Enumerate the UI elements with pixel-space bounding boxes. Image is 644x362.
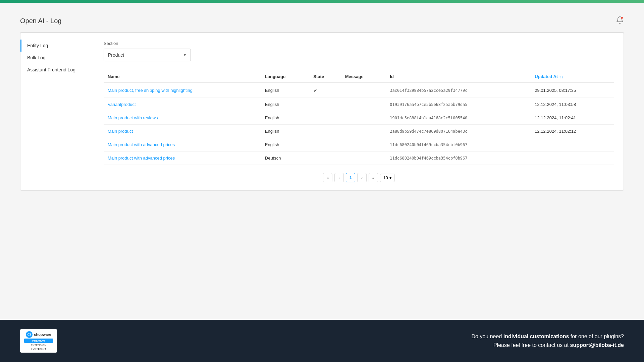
row-id: 01939176aa4b7ce5b5e68f25abb79da5: [386, 98, 531, 111]
row-state: [309, 138, 341, 152]
col-name: Name: [104, 71, 261, 83]
per-page-value: 10: [383, 175, 388, 180]
table-row: Main product, free shipping with highlig…: [104, 83, 614, 98]
log-table: Name Language State Message Id Updated A…: [104, 71, 614, 165]
footer-logo: shopware PREMIUM EXTENSION PARTNER: [20, 329, 57, 353]
row-state: [309, 111, 341, 125]
pagination: « ‹ 1 › » 10 ▾: [104, 173, 614, 182]
row-state: ✓: [309, 83, 341, 98]
main-content: Open AI - Log Entity Log Bulk Log Assist…: [0, 3, 644, 320]
row-language: English: [261, 138, 310, 152]
table-row: Main product with advanced pricesEnglish…: [104, 138, 614, 152]
row-id: 2a88d9b59d474c7e869d8071649be43c: [386, 125, 531, 138]
section-label: Section: [104, 41, 614, 46]
col-updated-at[interactable]: Updated At ↑↓: [531, 71, 614, 83]
row-updated-at: 29.01.2025, 08:17:35: [531, 83, 614, 98]
sidebar-item-entity-log[interactable]: Entity Log: [20, 40, 94, 52]
col-id: Id: [386, 71, 531, 83]
row-updated-at: [531, 138, 614, 152]
row-language: Deutsch: [261, 152, 310, 165]
row-name-link[interactable]: Main product with reviews: [108, 115, 158, 120]
table-row: Main productEnglish2a88d9b59d474c7e869d8…: [104, 125, 614, 138]
row-language: English: [261, 125, 310, 138]
row-id: 11dc680240b04f469ccba354cbf0b967: [386, 152, 531, 165]
row-id: 1901dc5e888f4b1ea4168c2c5f005540: [386, 111, 531, 125]
row-id: 11dc680240b04f469ccba354cbf0b967: [386, 138, 531, 152]
per-page-select[interactable]: 10 ▾: [380, 174, 394, 182]
row-message: [341, 152, 386, 165]
row-updated-at: [531, 152, 614, 165]
row-name-link[interactable]: Main product with advanced prices: [108, 156, 175, 161]
row-state: [309, 98, 341, 111]
pagination-prev[interactable]: ‹: [334, 173, 344, 182]
row-updated-at: 12.12.2024, 11:02:41: [531, 111, 614, 125]
footer-contact-email[interactable]: support@biloba-it.de: [570, 342, 624, 348]
footer-text: Do you need individual customizations fo…: [472, 332, 624, 349]
row-name-link[interactable]: Main product, free shipping with highlig…: [108, 88, 193, 93]
bell-icon[interactable]: [616, 16, 624, 25]
row-message: [341, 111, 386, 125]
pagination-last[interactable]: »: [369, 173, 378, 182]
sidebar-item-bulk-log[interactable]: Bulk Log: [20, 52, 94, 64]
shopware-icon: [26, 331, 33, 338]
col-message: Message: [341, 71, 386, 83]
shopware-text: shopware: [34, 333, 51, 337]
per-page-arrow-icon: ▾: [389, 175, 392, 180]
page-header: Open AI - Log: [20, 16, 624, 25]
pagination-next[interactable]: ›: [357, 173, 367, 182]
sidebar: Entity Log Bulk Log Assistant Frontend L…: [20, 33, 94, 190]
row-name-link[interactable]: Main product with advanced prices: [108, 142, 175, 147]
pagination-first[interactable]: «: [323, 173, 332, 182]
col-language: Language: [261, 71, 310, 83]
footer-cta-bold: individual customizations: [503, 334, 569, 339]
section-select-wrapper: Product Category Manufacturer Order ▼: [104, 49, 191, 61]
row-state: [309, 152, 341, 165]
footer-contact-line: Please feel free to contact us at suppor…: [472, 341, 624, 350]
svg-point-0: [621, 17, 623, 19]
section-select[interactable]: Product Category Manufacturer Order: [104, 49, 191, 61]
sidebar-item-assistant-frontend-log[interactable]: Assistant Frontend Log: [20, 64, 94, 76]
row-message: [341, 83, 386, 98]
main-panel: Section Product Category Manufacturer Or…: [94, 33, 624, 190]
table-header-row: Name Language State Message Id Updated A…: [104, 71, 614, 83]
row-state: [309, 125, 341, 138]
page-title: Open AI - Log: [20, 17, 61, 25]
row-id: 3ac014f329884b57a2cce5a29f34779c: [386, 83, 531, 98]
col-state: State: [309, 71, 341, 83]
row-message: [341, 138, 386, 152]
row-language: English: [261, 111, 310, 125]
content-area: Entity Log Bulk Log Assistant Frontend L…: [20, 33, 624, 191]
row-message: [341, 125, 386, 138]
premium-badge: PREMIUM: [24, 339, 53, 343]
extension-text: EXTENSION: [31, 344, 46, 347]
row-name-link[interactable]: Main product: [108, 129, 133, 134]
row-name-link[interactable]: Variantproduct: [108, 102, 136, 107]
partner-text: PARTNER: [32, 347, 46, 351]
footer-cta-line: Do you need individual customizations fo…: [472, 332, 624, 341]
table-row: Main product with advanced pricesDeutsch…: [104, 152, 614, 165]
footer-cta-text1: Do you need: [472, 334, 503, 339]
footer-cta-text2: for one of our plugins?: [569, 334, 624, 339]
pagination-page-1[interactable]: 1: [346, 173, 355, 182]
top-bar: [0, 0, 644, 3]
row-message: [341, 98, 386, 111]
footer: shopware PREMIUM EXTENSION PARTNER Do yo…: [0, 320, 644, 362]
footer-contact-text: Please feel free to contact us at: [493, 342, 570, 348]
row-updated-at: 12.12.2024, 11:03:58: [531, 98, 614, 111]
row-language: English: [261, 83, 310, 98]
table-row: VariantproductEnglish01939176aa4b7ce5b5e…: [104, 98, 614, 111]
row-updated-at: 12.12.2024, 11:02:12: [531, 125, 614, 138]
table-row: Main product with reviewsEnglish1901dc5e…: [104, 111, 614, 125]
logo-shopware: shopware: [26, 331, 51, 338]
row-language: English: [261, 98, 310, 111]
check-icon: ✓: [313, 87, 318, 93]
